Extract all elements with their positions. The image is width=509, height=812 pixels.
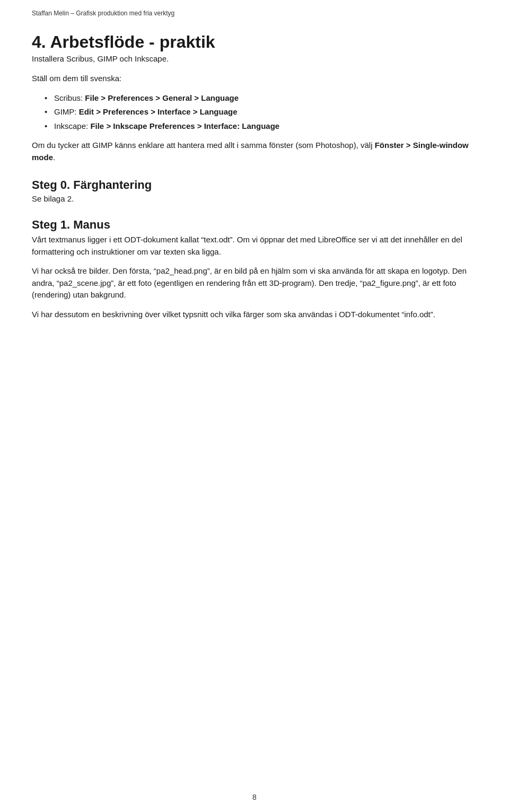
gimp-path: Edit > Preferences > Interface > Languag… [79,107,238,116]
step1-para1: Vårt textmanus ligger i ett ODT-dokument… [32,234,477,258]
intro-label: Ställ om dem till svenska: [32,73,477,85]
page-container: Staffan Melin – Grafisk produktion med f… [0,0,509,812]
chapter-subtitle: Installera Scribus, GIMP och Inkscape. [32,54,477,63]
list-item-label: GIMP: Edit > Preferences > Interface > L… [54,107,238,116]
step0-sub: Se bilaga 2. [32,194,477,203]
header-text: Staffan Melin – Grafisk produktion med f… [32,10,174,17]
step0-heading: Steg 0. Färghantering [32,178,477,192]
page-header: Staffan Melin – Grafisk produktion med f… [32,10,477,17]
page-number: 8 [252,793,257,801]
step1-para3: Vi har dessutom en beskrivning över vilk… [32,309,477,321]
step1-heading: Steg 1. Manus [32,218,477,232]
list-item-label: Inkscape: File > Inkscape Preferences > … [54,121,279,130]
instructions-list: Scribus: File > Preferences > General > … [42,92,477,133]
list-item-label: Scribus: File > Preferences > General > … [54,93,239,102]
inkscape-path: File > Inkscape Preferences > Interface:… [90,121,279,130]
list-item: GIMP: Edit > Preferences > Interface > L… [42,106,477,118]
step1-para2: Vi har också tre bilder. Den första, “pa… [32,265,477,301]
scribus-path: File > Preferences > General > Language [85,93,239,102]
gimp-note-end: . [53,153,55,162]
gimp-note: Om du tycker att GIMP känns enklare att … [32,139,477,163]
list-item: Scribus: File > Preferences > General > … [42,92,477,104]
chapter-title: 4. Arbetsflöde - praktik [32,32,477,52]
gimp-note-text: Om du tycker att GIMP känns enklare att … [32,141,375,150]
list-item: Inkscape: File > Inkscape Preferences > … [42,120,477,133]
